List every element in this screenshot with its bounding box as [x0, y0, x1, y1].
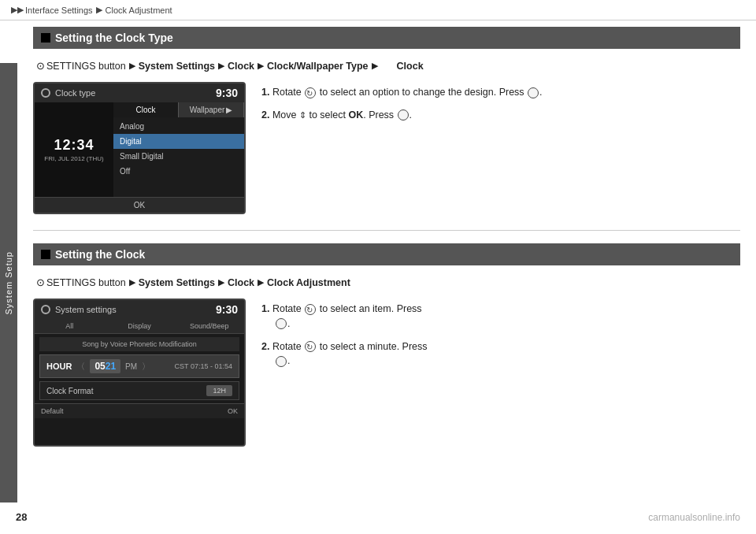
section2-header: Setting the Clock [33, 243, 740, 265]
clock-type-body: 12:34 FRI, JUL 2012 (THU) Clock Wallpape… [35, 102, 244, 197]
screen2-time: 9:30 [216, 303, 238, 316]
section1-arrow1: ▶ [129, 59, 135, 73]
press-icon-3 [276, 318, 287, 329]
section1-nav-icon: ⊙ [36, 58, 45, 74]
page-number: 28 [16, 511, 27, 523]
clock-option-analog[interactable]: Analog [113, 119, 244, 134]
section1-instructions: 1. Rotate to select an option to change … [261, 82, 740, 214]
section2-nav-icon: ⊙ [36, 275, 45, 291]
section2-item3: Clock Adjustment [267, 275, 350, 291]
sys-settings-body: All Display Sound/Beep Song by Voice Pho… [35, 319, 244, 445]
section2-title: Setting the Clock [55, 248, 145, 261]
sys-tab-all[interactable]: All [35, 319, 105, 333]
rotate-icon-3 [305, 304, 316, 315]
screen1-gear-icon [41, 88, 50, 98]
section2-instruction2: 2. Rotate to select a minute. Press . [261, 339, 740, 369]
clock-format-label: Clock Format [46, 387, 93, 395]
watermark: carmanualsonline.info [648, 512, 740, 523]
section1-title: Setting the Clock Type [55, 32, 173, 44]
section2-instructions: 1. Rotate to select an item. Press . 2. … [261, 299, 740, 447]
move-icon-1: ⇕ [299, 109, 306, 122]
sys-tab-display[interactable]: Display [105, 319, 175, 333]
hour-bracket-left: 〈 [76, 361, 85, 373]
main-content: Setting the Clock Type ⊙ SETTINGS button… [17, 20, 756, 494]
screen1-ok-bar[interactable]: OK [35, 197, 244, 213]
section1-arrow4: ▶ [372, 59, 378, 73]
rotate-icon-4 [305, 341, 316, 352]
clock-preview-date: FRI, JUL 2012 (THU) [44, 155, 103, 162]
hour-value: 0521 [90, 359, 120, 373]
hour-ampm: PM [125, 362, 137, 371]
breadcrumb-arrow1: ▶ [96, 5, 102, 15]
section2-content: System settings 9:30 All Display Sound/B… [33, 299, 740, 447]
screen1-header: Clock type 9:30 [35, 83, 244, 102]
breadcrumb-part2: Clock Adjustment [106, 6, 172, 15]
screen1-title-area: Clock type [41, 88, 95, 98]
section2-arrow1: ▶ [129, 276, 135, 290]
section1-header: Setting the Clock Type [33, 27, 740, 49]
screen2-title-area: System settings [41, 305, 117, 314]
breadcrumb-part1: Interface Settings [25, 6, 93, 15]
section1-item4: Clock [397, 58, 424, 74]
clock-format-value: 12H [206, 385, 232, 396]
section2-item1: System Settings [139, 275, 215, 291]
clock-tab-clock[interactable]: Clock [113, 102, 179, 117]
section1-arrow2: ▶ [218, 59, 224, 73]
section2-arrow2: ▶ [218, 276, 224, 290]
screen2-title: System settings [55, 305, 117, 314]
section2-instruction1: 1. Rotate to select an item. Press . [261, 302, 740, 332]
section1-item3: Clock/Wallpaper Type [267, 58, 369, 74]
rotate-icon-1 [305, 87, 316, 98]
screen1-time: 9:30 [216, 87, 238, 99]
system-settings-screen: System settings 9:30 All Display Sound/B… [33, 299, 246, 447]
section2-item2: Clock [228, 275, 254, 291]
voice-row: Song by Voice Phonetic Modification [39, 337, 239, 351]
section2-arrow3: ▶ [258, 276, 264, 290]
clock-option-small-digital[interactable]: Small Digital [113, 149, 244, 164]
clock-options: Analog Digital Small Digital Off [113, 117, 244, 180]
section1-instruction2: 2. Move ⇕ to select OK. Press . [261, 108, 740, 123]
section1-content: Clock type 9:30 12:34 FRI, JUL 2012 (THU… [33, 82, 740, 214]
press-icon-1 [528, 87, 539, 98]
sys-tabs: All Display Sound/Beep [35, 319, 244, 334]
clock-preview-time: 12:34 [54, 137, 94, 154]
section1-instruction1: 1. Rotate to select an option to change … [261, 85, 740, 100]
section2-settings: SETTINGS button [46, 275, 126, 291]
hour-row: HOUR 〈 0521 PM 〉 CST 07:15 - 01:54 [39, 354, 239, 378]
sys-bottom-default[interactable]: Default [41, 407, 64, 415]
hour-bracket-right: 〉 [142, 361, 150, 373]
section1-nav: ⊙ SETTINGS button ▶ System Settings ▶ Cl… [36, 58, 740, 74]
screen1-title: Clock type [55, 88, 95, 98]
hour-num: 05 [94, 361, 105, 372]
sys-tab-sound[interactable]: Sound/Beep [174, 319, 244, 333]
hour-label: HOUR [46, 362, 72, 371]
sys-content: Song by Voice Phonetic Modification HOUR… [35, 334, 244, 403]
section1-square-icon [41, 33, 50, 43]
sys-bottom-bar: Default OK [35, 403, 244, 418]
clock-option-digital[interactable]: Digital [113, 134, 244, 149]
section2-square-icon [41, 250, 50, 259]
clock-type-screen: Clock type 9:30 12:34 FRI, JUL 2012 (THU… [33, 82, 246, 214]
clock-format-row: Clock Format 12H [39, 381, 239, 400]
hour-highlight: 21 [106, 361, 116, 372]
breadcrumb-arrows: ▶▶ [11, 5, 24, 15]
clock-menu: Clock Wallpaper ▶ Analog Digital Small D… [113, 102, 244, 197]
section1-item1: System Settings [139, 58, 215, 74]
breadcrumb: ▶▶ Interface Settings ▶ Clock Adjustment [0, 0, 756, 20]
screen2-gear-icon [41, 305, 50, 314]
clock-preview: 12:34 FRI, JUL 2012 (THU) [35, 102, 113, 197]
press-icon-2 [398, 109, 409, 121]
sidebar-label: System Setup [4, 251, 13, 314]
press-icon-4 [276, 356, 287, 367]
clock-tab-wallpaper[interactable]: Wallpaper ▶ [179, 102, 244, 117]
sidebar: System Setup [0, 63, 17, 502]
sys-bottom-ok[interactable]: OK [228, 407, 238, 415]
hour-cst: CST 07:15 - 01:54 [175, 362, 232, 370]
clock-tabs: Clock Wallpaper ▶ [113, 102, 244, 117]
section1-item2: Clock [228, 58, 254, 74]
section-divider [33, 230, 740, 231]
clock-option-off[interactable]: Off [113, 164, 244, 179]
section2-nav: ⊙ SETTINGS button ▶ System Settings ▶ Cl… [36, 275, 740, 291]
section1-settings: SETTINGS button [46, 58, 126, 74]
screen2-header: System settings 9:30 [35, 300, 244, 319]
